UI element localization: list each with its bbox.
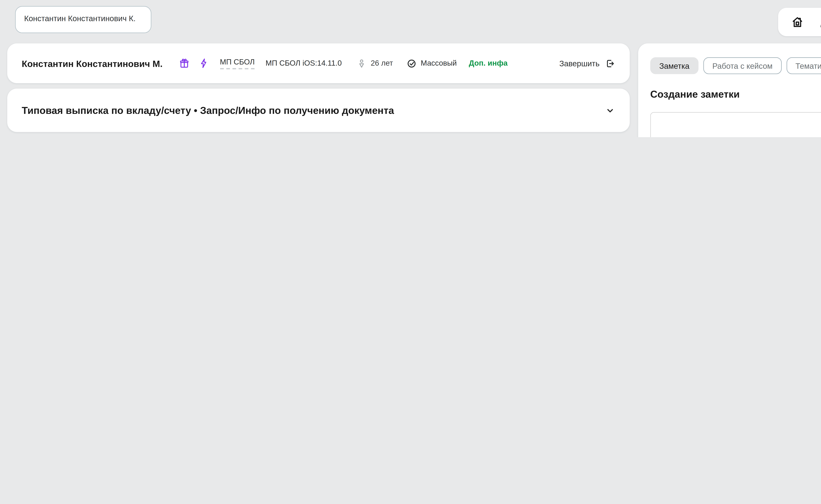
note-tabs: ЗаметкаРабота с кейсомТематикаЗвонок bbox=[650, 57, 821, 74]
user-icon[interactable] bbox=[817, 15, 821, 29]
client-age-label: 26 лет bbox=[371, 59, 393, 67]
note-textarea[interactable] bbox=[650, 112, 821, 137]
note-panel: ЗаметкаРабота с кейсомТематикаЗвонок Соз… bbox=[638, 43, 821, 137]
segment-check-icon bbox=[406, 58, 416, 68]
client-name: Константин Константинович М. bbox=[22, 58, 162, 68]
note-title: Создание заметки bbox=[650, 89, 821, 100]
home-icon[interactable] bbox=[791, 15, 804, 29]
client-segment-label: Массовый bbox=[421, 59, 457, 67]
lightning-icon[interactable] bbox=[198, 58, 209, 69]
person-small-icon bbox=[356, 58, 366, 68]
client-segment: Массовый bbox=[406, 58, 457, 68]
topic-selector[interactable]: Типовая выписка по вкладу/счету • Запрос… bbox=[7, 89, 630, 132]
logout-icon bbox=[605, 58, 615, 68]
more-info-link[interactable]: Доп. инфа bbox=[469, 59, 507, 67]
client-search-field[interactable]: Константин Константинович К. bbox=[15, 6, 151, 33]
app-window: Константин Константинович К. Обработка к… bbox=[0, 0, 821, 137]
client-age: 26 лет bbox=[356, 58, 393, 68]
gift-icon[interactable] bbox=[178, 58, 190, 69]
note-tab[interactable]: Тематика bbox=[786, 57, 821, 74]
client-header-card: Константин Константинович М. МП СБОЛ МП … bbox=[7, 43, 630, 83]
note-tab[interactable]: Заметка bbox=[650, 57, 699, 74]
note-tab[interactable]: Работа с кейсом bbox=[703, 57, 782, 74]
channel-full: МП СБОЛ iOS:14.11.0 bbox=[266, 59, 342, 67]
topic-title: Типовая выписка по вкладу/счету • Запрос… bbox=[22, 105, 394, 116]
top-right-nav bbox=[778, 8, 821, 36]
finish-label: Завершить bbox=[559, 59, 599, 68]
finish-button[interactable]: Завершить bbox=[559, 58, 615, 68]
channel-short[interactable]: МП СБОЛ bbox=[220, 58, 255, 69]
chevron-down-icon[interactable] bbox=[605, 105, 615, 115]
